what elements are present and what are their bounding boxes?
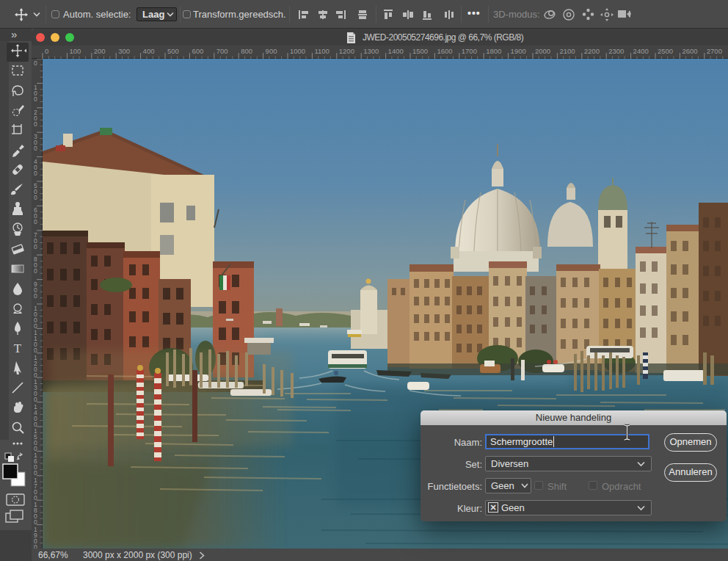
svg-text:0: 0 [34,218,37,225]
svg-text:2000: 2000 [535,47,550,55]
svg-text:0: 0 [34,543,37,549]
svg-text:100: 100 [69,47,81,55]
svg-text:0: 0 [45,47,48,55]
svg-text:700: 700 [216,47,228,55]
svg-text:1400: 1400 [388,47,404,55]
svg-text:0: 0 [34,120,37,128]
svg-text:1000: 1000 [290,47,305,55]
svg-text:1200: 1200 [339,47,354,55]
svg-text:0: 0 [34,194,37,201]
svg-text:500: 500 [167,47,179,55]
svg-text:0: 0 [34,170,37,177]
svg-text:300: 300 [118,47,130,55]
svg-text:1300: 1300 [363,47,379,55]
svg-text:1700: 1700 [462,47,477,55]
svg-text:T: T [14,341,22,355]
svg-text:200: 200 [94,47,106,55]
svg-text:2600: 2600 [682,47,697,55]
svg-text:2300: 2300 [608,47,624,55]
svg-text:»: » [11,29,17,40]
svg-text:600: 600 [192,47,203,55]
svg-text:2100: 2100 [559,47,575,55]
svg-text:1900: 1900 [511,47,526,55]
svg-text:400: 400 [143,47,155,55]
svg-text:0: 0 [34,292,37,300]
svg-text:800: 800 [241,47,252,55]
svg-text:0: 0 [34,145,37,152]
svg-text:2500: 2500 [658,47,673,55]
svg-text:1500: 1500 [412,47,428,55]
svg-text:2200: 2200 [584,47,600,55]
svg-text:2400: 2400 [633,47,649,55]
svg-text:0: 0 [34,95,37,103]
svg-text:0: 0 [34,243,37,250]
svg-text:1100: 1100 [314,47,329,55]
svg-text:0: 0 [34,267,37,275]
svg-text:1800: 1800 [486,47,501,55]
svg-text:900: 900 [266,47,277,55]
svg-text:0: 0 [34,59,37,67]
svg-text:2700: 2700 [707,47,722,55]
svg-text:1600: 1600 [437,47,452,55]
